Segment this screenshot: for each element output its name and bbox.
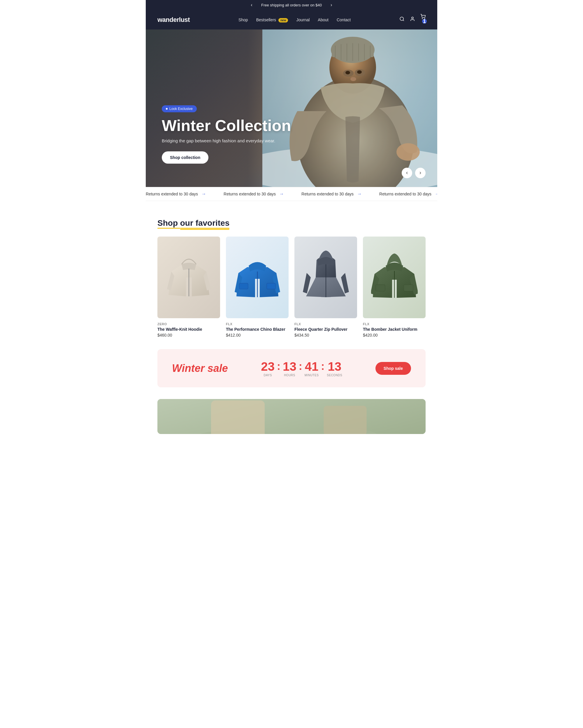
countdown-seconds: 13 SECONDS: [327, 360, 342, 377]
countdown: 23 DAYS : 13 HOURS : 41 MINUTES : 13 SEC…: [261, 360, 342, 377]
bottom-preview-section: [158, 399, 425, 434]
product-card-2[interactable]: FLX The Performance Chino Blazer $412.00: [226, 237, 288, 337]
product-name-4: The Bomber Jacket Uniform: [363, 327, 425, 332]
user-icon[interactable]: [410, 16, 415, 23]
separator-2: :: [299, 360, 302, 376]
nav-item-bestsellers[interactable]: Bestsellers new: [256, 18, 288, 22]
countdown-days: 23 DAYS: [261, 360, 275, 377]
nav-item-contact[interactable]: Contact: [337, 18, 351, 22]
countdown-minutes: 41 MINUTES: [305, 360, 319, 377]
badge-dot: [166, 108, 168, 110]
jacket-illustration-3: [303, 248, 349, 307]
svg-point-11: [396, 143, 420, 161]
nav-item-about[interactable]: About: [318, 18, 329, 22]
hero-heading: Winter Collection: [162, 117, 291, 134]
shop-favorites-section: Shop our favorites: [146, 201, 437, 349]
hero-badge-text: Look Exclusive: [169, 107, 193, 111]
days-label: DAYS: [261, 374, 275, 377]
logo[interactable]: wanderlust: [158, 16, 190, 24]
product-price-4: $420.00: [363, 333, 425, 337]
product-brand-2: FLX: [226, 322, 288, 326]
cart-icon[interactable]: 1: [420, 14, 425, 25]
days-number: 23: [261, 360, 275, 374]
product-card-3[interactable]: FLX Fleece Quarter Zip Pullover $434.50: [295, 237, 357, 337]
hours-label: HOURS: [283, 374, 297, 377]
hero-cta-button[interactable]: Shop collection: [162, 151, 209, 164]
jacket-illustration-4: [371, 248, 418, 307]
seconds-label: SECONDS: [327, 374, 342, 377]
svg-rect-34: [211, 400, 265, 434]
products-grid: ZERO The Waffle-Knit Hoodie $460.00: [158, 237, 425, 337]
product-price-2: $412.00: [226, 333, 288, 337]
minutes-label: MINUTES: [305, 374, 319, 377]
product-image-1: [158, 237, 220, 318]
search-icon[interactable]: [399, 16, 405, 23]
product-name-2: The Performance Chino Blazer: [226, 327, 288, 332]
ticker-bar: Returns extended to 30 days → Returns ex…: [146, 187, 437, 201]
nav-item-shop[interactable]: Shop: [239, 18, 248, 22]
header-icons: 1: [399, 14, 425, 25]
ticker-item: Returns extended to 30 days →: [146, 191, 206, 197]
cart-count: 1: [422, 19, 427, 24]
ticker-item: Returns extended to 30 days →: [301, 191, 362, 197]
product-card-1[interactable]: ZERO The Waffle-Knit Hoodie $460.00: [158, 237, 220, 337]
svg-rect-29: [376, 285, 385, 291]
ticker-item: Returns extended to 30 days →: [224, 191, 284, 197]
ticker-inner: Returns extended to 30 days → Returns ex…: [146, 191, 437, 197]
product-brand-3: FLX: [295, 322, 357, 326]
svg-rect-36: [324, 406, 366, 434]
nav: Shop Bestsellers new Journal About Conta…: [239, 18, 351, 22]
product-image-3: [295, 237, 357, 318]
nav-item-journal[interactable]: Journal: [296, 18, 310, 22]
sale-title: Winter sale: [172, 362, 228, 374]
announcement-bar: ‹ Free shipping all orders over on $40 ›: [146, 0, 437, 10]
hero-badge: Look Exclusive: [162, 105, 197, 112]
hero-prev-button[interactable]: [402, 168, 412, 178]
bottom-preview-image: [158, 399, 425, 434]
section-title-prefix: Shop: [158, 218, 180, 228]
product-card-4[interactable]: FLX The Bomber Jacket Uniform $420.00: [363, 237, 425, 337]
header: wanderlust Shop Bestsellers new Journal …: [146, 10, 437, 29]
section-title: Shop our favorites: [158, 218, 229, 228]
svg-point-15: [357, 70, 362, 74]
minutes-number: 41: [305, 360, 319, 374]
product-brand-4: FLX: [363, 322, 425, 326]
svg-line-1: [403, 20, 404, 21]
jacket-illustration-2: [234, 248, 281, 307]
hero-subtext: Bridging the gap between high fashion an…: [162, 138, 291, 143]
svg-point-3: [422, 18, 423, 19]
seconds-number: 13: [327, 360, 342, 374]
jacket-illustration-1: [166, 248, 212, 307]
ticker-arrow-2: →: [279, 191, 284, 197]
ticker-text-1: Returns extended to 30 days: [146, 192, 198, 196]
announcement-text: Free shipping all orders over on $40: [261, 3, 322, 7]
hero-content: Look Exclusive Winter Collection Bridgin…: [162, 105, 291, 164]
hero-next-button[interactable]: [415, 168, 425, 178]
section-title-highlight: our favorites: [180, 218, 230, 228]
svg-point-14: [345, 71, 350, 74]
svg-point-16: [351, 77, 356, 81]
new-badge: new: [278, 18, 288, 23]
ticker-text-4: Returns extended to 30 days: [379, 192, 432, 196]
ticker-item: Returns extended to 30 days →: [379, 191, 437, 197]
product-image-4: [363, 237, 425, 318]
product-brand-1: ZERO: [158, 322, 220, 326]
shop-sale-button[interactable]: Shop sale: [376, 362, 411, 375]
svg-rect-30: [404, 285, 413, 291]
product-price-1: $460.00: [158, 333, 220, 337]
separator-3: :: [321, 360, 325, 376]
svg-rect-27: [267, 283, 275, 289]
product-name-3: Fleece Quarter Zip Pullover: [295, 327, 357, 332]
svg-rect-26: [239, 283, 248, 289]
countdown-hours: 13 HOURS: [283, 360, 297, 377]
ticker-arrow-4: →: [435, 191, 437, 197]
announcement-next-button[interactable]: ›: [328, 2, 335, 7]
hero-section: Look Exclusive Winter Collection Bridgin…: [146, 29, 437, 187]
product-price-3: $434.50: [295, 333, 357, 337]
product-name-1: The Waffle-Knit Hoodie: [158, 327, 220, 332]
separator-1: :: [277, 360, 280, 376]
announcement-prev-button[interactable]: ‹: [248, 2, 255, 7]
ticker-text-2: Returns extended to 30 days: [224, 192, 276, 196]
svg-point-0: [400, 17, 404, 20]
ticker-arrow-3: →: [357, 191, 362, 197]
